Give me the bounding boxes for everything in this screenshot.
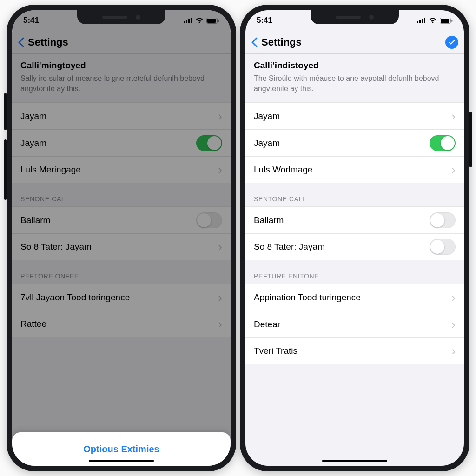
toggle-knob (197, 213, 211, 227)
back-button[interactable] (18, 37, 26, 47)
page-title: Settings (28, 36, 68, 48)
row-label: So 8 Tater: Jayam (254, 242, 430, 252)
group-3: Appination Tood turingence›Detear›Tveri … (245, 284, 464, 364)
intro-block: Calli'indistoyed The Siroúld with méause… (245, 54, 464, 102)
battery-icon (440, 18, 453, 24)
home-indicator[interactable] (322, 460, 387, 462)
settings-row[interactable]: Jayam› (12, 102, 231, 129)
toggle-switch[interactable] (196, 212, 222, 228)
row-label: Jayam (254, 111, 448, 121)
row-label: So 8 Tater: Jayam (20, 242, 214, 252)
settings-row[interactable]: Rattee› (12, 311, 231, 337)
svg-rect-5 (207, 19, 216, 23)
settings-row[interactable]: Luls Meringage› (12, 156, 231, 183)
group-2: BallarmSo 8 Tater: Jayam (245, 206, 464, 260)
svg-rect-8 (419, 20, 421, 23)
nav-bar: Settings (12, 31, 231, 54)
row-label: Ballarm (254, 215, 430, 225)
cellular-icon (417, 18, 426, 23)
intro-body: Sally ire sular of meanse lo gne rrtetef… (20, 73, 222, 93)
intro-heading: Calli'indistoyed (254, 60, 456, 71)
content-left: Calli'mingtoyed Sally ire sular of means… (12, 54, 231, 466)
row-label: Tveri Tratis (254, 346, 448, 356)
group-header-2: SENTONE CALL (245, 183, 464, 206)
svg-rect-7 (417, 21, 418, 23)
svg-rect-0 (184, 21, 185, 23)
settings-row[interactable]: Ballarm (245, 206, 464, 233)
phone-frame-right: 5:41 Settings Calli'indis (240, 5, 469, 471)
check-icon (448, 39, 456, 46)
svg-rect-1 (186, 20, 187, 23)
row-label: Luls Meringage (20, 165, 214, 175)
chevron-right-icon: › (448, 318, 456, 331)
status-icons (417, 18, 453, 24)
chevron-right-icon: › (214, 241, 222, 253)
svg-rect-2 (188, 19, 190, 23)
settings-row[interactable]: So 8 Tater: Jayam (245, 233, 464, 260)
row-label: Jayam (20, 111, 214, 121)
row-label: Jayam (20, 138, 196, 148)
settings-row[interactable]: Jayam (12, 129, 231, 156)
settings-row[interactable]: Appination Tood turingence› (245, 284, 464, 311)
row-label: Rattee (20, 319, 214, 329)
intro-block: Calli'mingtoyed Sally ire sular of means… (12, 54, 231, 102)
battery-icon (206, 18, 219, 24)
chevron-right-icon: › (214, 318, 222, 330)
svg-rect-6 (218, 20, 219, 22)
group-1: Jayam›JayamLuls Worlmage› (245, 102, 464, 183)
status-time: 5:41 (257, 16, 272, 25)
svg-rect-10 (424, 18, 425, 23)
comparison-stage: 5:41 Settings Calli'mingtoyed Sally ire … (0, 0, 476, 476)
phone-frame-left: 5:41 Settings Calli'mingtoyed Sally ire … (7, 5, 236, 471)
cellular-icon (184, 18, 192, 23)
back-button[interactable] (251, 37, 259, 47)
confirm-check-button[interactable] (445, 36, 458, 49)
svg-rect-9 (422, 19, 423, 23)
settings-row[interactable]: Jayam› (245, 102, 464, 129)
settings-row[interactable]: Tveri Tratis› (245, 337, 464, 364)
settings-row[interactable]: Detear› (245, 311, 464, 337)
toggle-knob (430, 213, 444, 227)
settings-row[interactable]: 7vll Jayaon Tood toringence› (12, 284, 231, 311)
chevron-right-icon: › (214, 164, 222, 176)
toggle-switch[interactable] (430, 135, 456, 151)
intro-heading: Calli'mingtoyed (20, 60, 222, 71)
toggle-knob (441, 136, 455, 150)
group-header-3: PEFTURE ENITONE (245, 260, 464, 284)
page-title: Settings (261, 36, 302, 48)
svg-rect-12 (441, 19, 449, 23)
screen-right: 5:41 Settings Calli'indis (245, 10, 464, 466)
row-label: 7vll Jayaon Tood toringence (20, 292, 214, 303)
sheet-primary-button[interactable]: Optious Extimies (83, 444, 159, 455)
status-icons (184, 18, 219, 24)
wifi-icon (429, 18, 437, 23)
group-1: Jayam›JayamLuls Meringage› (12, 102, 231, 183)
toggle-switch[interactable] (196, 135, 222, 151)
screen-left: 5:41 Settings Calli'mingtoyed Sally ire … (12, 10, 231, 466)
nav-bar: Settings (245, 31, 464, 54)
content-right: Calli'indistoyed The Siroúld with méause… (245, 54, 464, 466)
toggle-switch[interactable] (430, 212, 456, 228)
chevron-right-icon: › (448, 110, 456, 122)
settings-row[interactable]: So 8 Tater: Jayam› (12, 233, 231, 260)
svg-rect-3 (191, 18, 192, 23)
status-time: 5:41 (23, 16, 39, 25)
notch (77, 10, 165, 24)
group-header-3: PEFTORE ONFEE (12, 260, 231, 284)
chevron-right-icon: › (214, 291, 222, 304)
chevron-left-icon (18, 37, 24, 47)
toggle-knob (430, 240, 444, 254)
settings-row[interactable]: Ballarm (12, 206, 231, 233)
row-label: Luls Worlmage (254, 165, 448, 175)
intro-body: The Siroúld with méause to ane avpotall … (254, 73, 456, 93)
settings-row[interactable]: Luls Worlmage› (245, 156, 464, 183)
toggle-switch[interactable] (430, 239, 456, 255)
row-label: Jayam (254, 138, 430, 148)
group-3: 7vll Jayaon Tood toringence›Rattee› (12, 284, 231, 337)
row-label: Detear (254, 319, 448, 330)
home-indicator[interactable] (89, 460, 154, 462)
toggle-knob (207, 136, 221, 150)
settings-row[interactable]: Jayam (245, 129, 464, 156)
chevron-right-icon: › (448, 345, 456, 357)
wifi-icon (195, 18, 204, 23)
